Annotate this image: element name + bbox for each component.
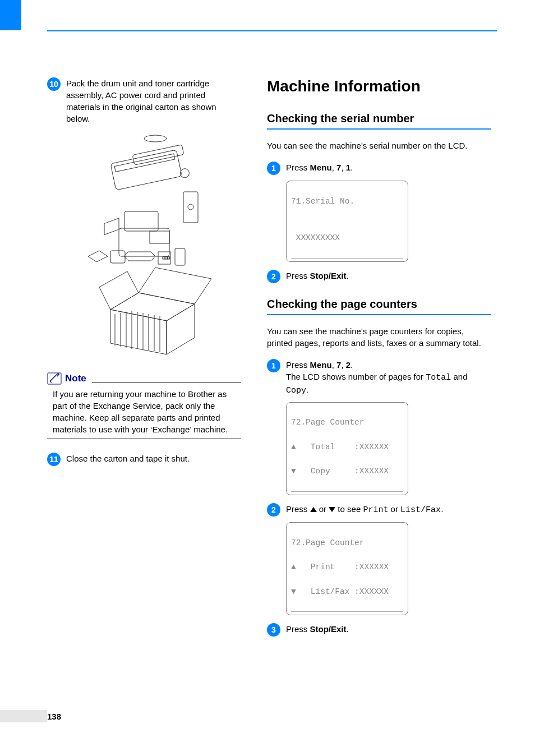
text: The LCD shows number of pages for [286, 372, 426, 381]
step-number-badge: 1 [267, 359, 280, 372]
bold: Stop/Exit [310, 624, 347, 634]
blue-corner-block [0, 0, 21, 30]
top-horizontal-rule [47, 30, 497, 31]
step-number-badge: 2 [267, 503, 280, 517]
step-10: 10 Pack the drum unit and toner cartridg… [47, 77, 241, 125]
svg-point-6 [188, 204, 193, 210]
left-column: 10 Pack the drum unit and toner cartridg… [47, 77, 241, 472]
text: , [332, 360, 336, 370]
mono: Total [426, 373, 451, 382]
footer-stripe [0, 710, 47, 722]
serial-step-1: 1 Press Menu, 7, 1. [267, 162, 491, 175]
note-header: Note [47, 372, 241, 385]
text: , [341, 163, 345, 172]
packing-diagram-svg: □□□ [71, 130, 217, 360]
counters-step-3: 3 Press Stop/Exit. [267, 623, 491, 637]
text: Press [286, 271, 310, 280]
lcd-line: 71.Serial No. [291, 196, 403, 208]
lcd-line: ▼ List/Fax :XXXXXX [291, 586, 403, 598]
step-text: Press Menu, 7, 1. [286, 162, 491, 173]
step-text: Press Menu, 7, 2. The LCD shows number o… [286, 359, 491, 397]
mono: Print [363, 505, 388, 515]
text: to see [335, 504, 363, 514]
svg-rect-5 [183, 192, 198, 223]
text: . [441, 504, 443, 514]
svg-rect-14 [175, 248, 185, 265]
text: Press [286, 624, 310, 634]
step-number-badge: 3 [267, 623, 280, 637]
text: Press [286, 504, 310, 514]
intro-text: You can see the machine's serial number … [267, 140, 491, 151]
step-number-badge: 1 [267, 162, 280, 175]
page-number: 138 [47, 712, 61, 721]
svg-rect-10 [104, 218, 119, 234]
note-title: Note [65, 373, 92, 384]
step-number-badge: 10 [47, 77, 61, 91]
step-number-badge: 2 [267, 270, 280, 283]
lcd-line: ▲ Print :XXXXXX [291, 561, 403, 574]
text: , [341, 360, 345, 370]
svg-point-0 [144, 135, 167, 142]
up-triangle-icon [310, 507, 317, 512]
mono: Copy [286, 386, 306, 395]
step-text: Pack the drum unit and toner cartridge a… [66, 77, 241, 125]
lcd-display-counter-2: 72.Page Counter ▲ Print :XXXXXX ▼ List/F… [286, 522, 408, 615]
text: . [306, 385, 308, 394]
text: or [317, 504, 329, 514]
svg-rect-11 [110, 251, 125, 263]
bold: 1 [346, 163, 350, 172]
subsection-heading-counters: Checking the page counters [267, 298, 491, 315]
text: . [347, 271, 349, 280]
svg-rect-2 [110, 150, 182, 190]
section-heading-h1: Machine Information [267, 77, 491, 95]
step-text: Press or to see Print or List/Fax. [286, 503, 491, 516]
lcd-rule [291, 258, 403, 260]
note-box: Note If you are returning your machine t… [47, 372, 241, 439]
lcd-line: XXXXXXXXX [291, 232, 403, 245]
counters-step-2: 2 Press or to see Print or List/Fax. [267, 503, 491, 517]
subsection-heading-serial: Checking the serial number [267, 112, 491, 130]
step-subtext: The LCD shows number of pages for Total … [286, 371, 491, 397]
step-text: Press Stop/Exit. [286, 623, 491, 635]
lcd-rule [291, 491, 403, 494]
note-rule [92, 382, 241, 382]
note-rule-bottom [47, 439, 241, 439]
text: . [350, 360, 353, 370]
step-11: 11 Close the carton and tape it shut. [47, 453, 241, 466]
step-text: Close the carton and tape it shut. [66, 453, 241, 464]
bold: Menu [310, 163, 332, 172]
text: and [451, 372, 467, 381]
svg-text:□□□: □□□ [163, 256, 170, 260]
note-icon [47, 372, 62, 385]
lcd-line: 72.Page Counter [291, 537, 403, 550]
text: . [350, 163, 353, 172]
text: , [332, 163, 336, 172]
bold: Menu [310, 360, 332, 370]
text: or [388, 504, 400, 514]
lcd-rule [291, 611, 403, 614]
right-column: Machine Information Checking the serial … [267, 77, 491, 642]
counters-step-1: 1 Press Menu, 7, 2. The LCD shows number… [267, 359, 491, 397]
lcd-line: 72.Page Counter [291, 417, 403, 429]
svg-rect-1 [132, 145, 184, 165]
text: Press [286, 360, 310, 370]
lcd-display-serial: 71.Serial No. XXXXXXXXX [286, 181, 408, 262]
packing-illustration: □□□ [71, 130, 217, 360]
text: Press [286, 163, 310, 172]
lcd-line: ▲ Total :XXXXXX [291, 441, 403, 454]
lcd-display-counter-1: 72.Page Counter ▲ Total :XXXXXX ▼ Copy :… [286, 402, 408, 495]
serial-step-2: 2 Press Stop/Exit. [267, 270, 491, 283]
down-triangle-icon [329, 507, 335, 512]
bold: Stop/Exit [310, 271, 347, 280]
svg-rect-9 [150, 231, 169, 243]
bold: 2 [346, 360, 350, 370]
lcd-line: ▼ Copy :XXXXXX [291, 465, 403, 478]
text: . [347, 624, 349, 634]
intro-text: You can see the machine's page counters … [267, 325, 491, 349]
mono: List/Fax [400, 505, 441, 515]
note-body: If you are returning your machine to Bro… [47, 388, 241, 439]
step-text: Press Stop/Exit. [286, 270, 491, 282]
step-number-badge: 11 [47, 453, 61, 466]
